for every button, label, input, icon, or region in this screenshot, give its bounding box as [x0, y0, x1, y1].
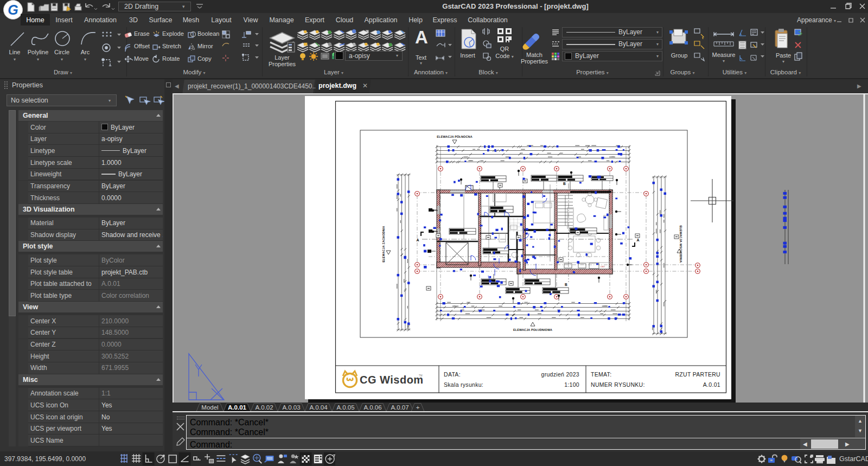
- svg-text:A: A: [636, 238, 639, 242]
- svg-text:A.0.01: A.0.01: [228, 404, 246, 411]
- svg-text:A.0.02: A.0.02: [255, 404, 273, 411]
- svg-text:B: B: [565, 283, 567, 286]
- svg-text:CG Wisdom: CG Wisdom: [360, 374, 424, 386]
- svg-text:ELEWACJA PÓŁNOCNA: ELEWACJA PÓŁNOCNA: [437, 135, 473, 138]
- svg-text:A.0.07: A.0.07: [391, 404, 409, 411]
- svg-text:A.0.03: A.0.03: [282, 404, 300, 411]
- svg-text:ELEWACJA POŁUDNIOWA: ELEWACJA POŁUDNIOWA: [513, 328, 552, 331]
- svg-text:G: G: [8, 2, 18, 17]
- svg-text:1:100: 1:100: [564, 381, 579, 388]
- svg-text:DATA:: DATA:: [444, 371, 461, 378]
- svg-text:RZUT PARTERU: RZUT PARTERU: [675, 371, 720, 378]
- svg-text:ELEWACJA WSCHODNIA: ELEWACJA WSCHODNIA: [679, 226, 682, 263]
- svg-text:TEMAT:: TEMAT:: [591, 371, 611, 378]
- svg-text:Skala rysunku:: Skala rysunku:: [444, 381, 483, 388]
- svg-text:+: +: [416, 404, 420, 411]
- svg-text:B: B: [563, 182, 566, 186]
- svg-text:A: A: [416, 238, 419, 242]
- svg-text:A.0.05: A.0.05: [336, 404, 354, 411]
- svg-text:ELEWACJA ZACHODNIA: ELEWACJA ZACHODNIA: [382, 226, 385, 262]
- svg-text:A.0.04: A.0.04: [309, 404, 328, 411]
- svg-text:TM: TM: [419, 374, 423, 377]
- svg-text:Model: Model: [201, 404, 218, 411]
- svg-text:A.0.06: A.0.06: [363, 404, 381, 411]
- svg-text:A.0.01: A.0.01: [703, 381, 720, 388]
- svg-text:grudzień 2023: grudzień 2023: [541, 371, 579, 378]
- svg-text:OST: OST: [601, 265, 605, 268]
- svg-text:NUMER RYSUNKU:: NUMER RYSUNKU:: [591, 381, 645, 388]
